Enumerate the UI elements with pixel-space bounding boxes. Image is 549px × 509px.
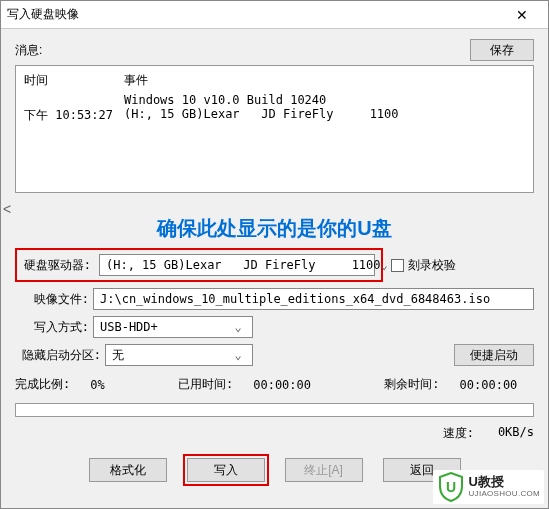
remain-value: 00:00:00 <box>460 378 518 392</box>
checkbox-box <box>391 259 404 272</box>
log-time <box>24 93 124 107</box>
info-row: 消息: 保存 <box>15 39 534 61</box>
progress-bar <box>15 403 534 417</box>
chevron-down-icon: ⌄ <box>230 320 246 334</box>
drive-highlight-box: 硬盘驱动器: (H:, 15 GB)Lexar JD FireFly 1100 … <box>15 248 383 282</box>
remain-label: 剩余时间: <box>384 376 439 393</box>
drive-row: 硬盘驱动器: (H:, 15 GB)Lexar JD FireFly 1100 … <box>15 248 534 282</box>
verify-checkbox[interactable]: 刻录校验 <box>391 257 456 274</box>
write-button[interactable]: 写入 <box>187 458 265 482</box>
shield-icon: U <box>437 472 465 502</box>
window-title: 写入硬盘映像 <box>7 6 502 23</box>
save-button[interactable]: 保存 <box>470 39 534 61</box>
drive-value: (H:, 15 GB)Lexar JD FireFly 1100 <box>106 258 381 272</box>
scroll-left-icon[interactable]: < <box>3 201 11 217</box>
verify-label: 刻录校验 <box>408 257 456 274</box>
image-file-label: 映像文件: <box>15 291 93 308</box>
hidden-part-label: 隐藏启动分区: <box>15 347 105 364</box>
elapsed-label: 已用时间: <box>178 376 233 393</box>
close-button[interactable]: ✕ <box>502 2 542 28</box>
watermark-cn: U教授 <box>469 475 540 489</box>
chevron-down-icon: ⌄ <box>230 348 246 362</box>
hidden-part-value: 无 <box>112 347 230 364</box>
content-area: 消息: 保存 时间 事件 Windows 10 v10.0 Build 1024… <box>1 29 548 494</box>
log-event-header: 事件 <box>124 72 525 89</box>
abort-button: 终止[A] <box>285 458 363 482</box>
log-time: 下午 10:53:27 <box>24 107 124 124</box>
complete-value: 0% <box>90 378 104 392</box>
format-button[interactable]: 格式化 <box>89 458 167 482</box>
drive-label: 硬盘驱动器: <box>23 257 95 274</box>
svg-text:U: U <box>445 479 455 495</box>
info-label: 消息: <box>15 42 65 59</box>
watermark-text: U教授 UJIAOSHOU.COM <box>469 475 540 498</box>
quick-boot-button[interactable]: 便捷启动 <box>454 344 534 366</box>
elapsed-value: 00:00:00 <box>253 378 311 392</box>
log-event: (H:, 15 GB)Lexar JD FireFly 1100 <box>124 107 525 124</box>
image-file-row: 映像文件: J:\cn_windows_10_multiple_editions… <box>15 288 534 310</box>
log-row: 下午 10:53:27 (H:, 15 GB)Lexar JD FireFly … <box>24 107 525 124</box>
drive-dropdown[interactable]: (H:, 15 GB)Lexar JD FireFly 1100 ⌄ <box>99 254 375 276</box>
log-header: 时间 事件 <box>24 72 525 89</box>
image-file-value: J:\cn_windows_10_multiple_editions_x64_d… <box>100 292 490 306</box>
titlebar: 写入硬盘映像 ✕ <box>1 1 548 29</box>
hidden-part-row: 隐藏启动分区: 无 ⌄ 便捷启动 <box>15 344 534 366</box>
progress-row: 完成比例: 0% 已用时间: 00:00:00 剩余时间: 00:00:00 <box>15 376 534 393</box>
log-box: 时间 事件 Windows 10 v10.0 Build 10240 下午 10… <box>15 65 534 193</box>
speed-value: 0KB/s <box>498 425 534 442</box>
annotation-text: 确保此处显示的是你的U盘 <box>15 215 534 242</box>
watermark: U U教授 UJIAOSHOU.COM <box>433 470 544 504</box>
speed-label: 速度: <box>443 425 474 442</box>
image-file-input[interactable]: J:\cn_windows_10_multiple_editions_x64_d… <box>93 288 534 310</box>
chevron-down-icon: ⌄ <box>381 258 388 272</box>
write-mode-value: USB-HDD+ <box>100 320 230 334</box>
dialog-window: 写入硬盘映像 ✕ 消息: 保存 时间 事件 Windows 10 v10.0 B… <box>0 0 549 509</box>
log-row: Windows 10 v10.0 Build 10240 <box>24 93 525 107</box>
write-mode-dropdown[interactable]: USB-HDD+ ⌄ <box>93 316 253 338</box>
watermark-en: UJIAOSHOU.COM <box>469 490 540 499</box>
hidden-part-dropdown[interactable]: 无 ⌄ <box>105 344 253 366</box>
log-event: Windows 10 v10.0 Build 10240 <box>124 93 525 107</box>
complete-label: 完成比例: <box>15 376 70 393</box>
write-mode-label: 写入方式: <box>15 319 93 336</box>
write-mode-row: 写入方式: USB-HDD+ ⌄ <box>15 316 534 338</box>
log-time-header: 时间 <box>24 72 124 89</box>
speed-row: 速度: 0KB/s <box>15 425 534 442</box>
